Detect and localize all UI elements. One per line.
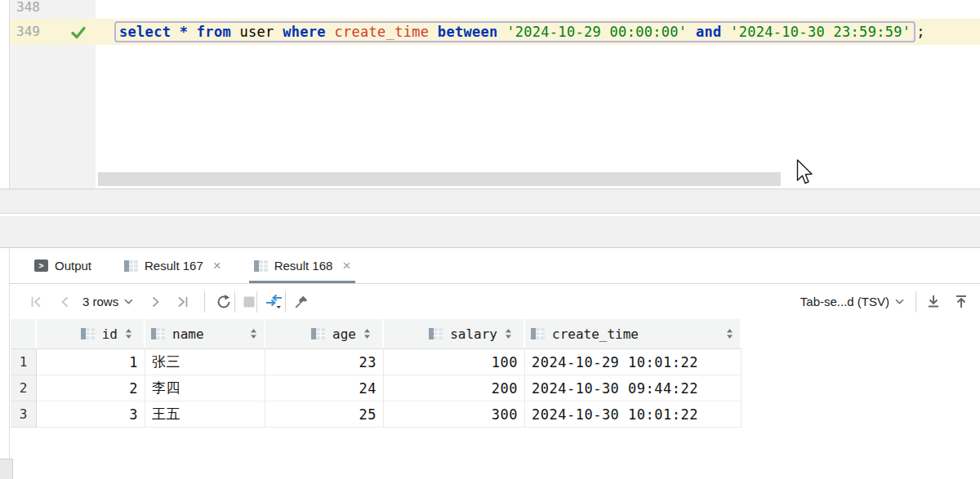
scrollbar-corner: [0, 459, 13, 479]
sort-icon[interactable]: [363, 328, 371, 339]
cell-age[interactable]: 24: [265, 375, 384, 401]
import-button[interactable]: [954, 291, 969, 313]
tab-output[interactable]: > Output: [29, 248, 96, 283]
sql-token: from: [197, 24, 231, 40]
compare-icon: [265, 294, 283, 309]
datagrip-window: 348 349 select * from user where create_…: [0, 0, 980, 479]
table-row: 1 1 张三 23 100 2024-10-29 10:01:22: [11, 349, 742, 375]
upload-icon: [954, 295, 969, 308]
sql-editor[interactable]: select * from user where create_time bet…: [114, 19, 925, 45]
run-success-icon[interactable]: [70, 24, 87, 41]
mouse-cursor: [796, 159, 814, 185]
sql-token: [326, 24, 335, 40]
column-label: salary: [450, 326, 497, 342]
tab-label: Result 167: [145, 259, 203, 273]
last-page-button[interactable]: [176, 291, 189, 313]
cell-name[interactable]: 张三: [145, 349, 265, 375]
cell-age[interactable]: 23: [265, 349, 384, 375]
sql-token: create_time: [334, 24, 429, 40]
cell-id[interactable]: 1: [37, 349, 145, 375]
next-page-button[interactable]: [151, 291, 161, 313]
prev-page-icon: [60, 295, 69, 308]
extractor-dropdown[interactable]: Tab-se...d (TSV): [800, 295, 904, 308]
column-header-name[interactable]: name: [145, 319, 265, 348]
sort-icon[interactable]: [726, 328, 733, 339]
table-icon: [81, 328, 95, 339]
sort-icon[interactable]: [250, 328, 257, 339]
close-icon[interactable]: ×: [213, 259, 221, 273]
first-page-button[interactable]: [29, 291, 43, 313]
tab-result-168[interactable]: Result 168 ×: [249, 248, 356, 283]
panel-splitter-band[interactable]: [0, 216, 980, 248]
horizontal-scrollbar[interactable]: [98, 172, 781, 186]
compare-button[interactable]: [265, 291, 283, 313]
column-header-salary[interactable]: salary: [384, 319, 525, 348]
row-number[interactable]: 3: [11, 401, 37, 428]
sql-token: '2024-10-29 00:00:00': [506, 24, 687, 40]
sql-token: where: [283, 24, 326, 40]
cell-create-time[interactable]: 2024-10-30 09:44:22: [525, 375, 742, 401]
cell-salary[interactable]: 300: [384, 401, 525, 428]
first-page-icon: [29, 295, 43, 308]
table-icon: [311, 328, 325, 339]
column-label: create_time: [552, 326, 639, 342]
toolbar-divider: [256, 291, 257, 313]
cell-create-time[interactable]: 2024-10-30 10:01:22: [525, 401, 742, 428]
line-number: 349: [16, 19, 65, 45]
page-size-dropdown[interactable]: 3 rows: [82, 295, 133, 308]
cell-age[interactable]: 25: [265, 401, 384, 428]
stop-button[interactable]: [243, 291, 255, 313]
export-button[interactable]: [926, 291, 941, 313]
cell-name[interactable]: 李四: [145, 375, 265, 401]
toolbar-divider: [234, 291, 235, 313]
sql-token: ;: [915, 24, 925, 40]
column-header-create-time[interactable]: create_time: [525, 319, 742, 348]
row-number[interactable]: 1: [11, 349, 37, 375]
results-tabbar: > Output Result 167 × Result 168 ×: [10, 248, 980, 284]
column-label: age: [332, 326, 356, 342]
toolbar-divider: [204, 291, 205, 313]
close-icon[interactable]: ×: [342, 259, 350, 273]
chevron-down-icon: [895, 299, 904, 304]
sort-icon[interactable]: [505, 328, 512, 339]
column-header-id[interactable]: id: [37, 319, 145, 348]
sql-token: [687, 24, 696, 40]
sql-statement[interactable]: select * from user where create_time bet…: [114, 21, 915, 42]
last-page-icon: [176, 295, 189, 308]
sort-icon[interactable]: [125, 328, 132, 339]
sql-token: between: [438, 24, 498, 40]
sql-token: [429, 24, 438, 40]
row-number[interactable]: 2: [11, 375, 37, 401]
cell-salary[interactable]: 200: [384, 375, 525, 401]
editor-left-strip: [0, 0, 10, 188]
reload-button[interactable]: [215, 291, 233, 313]
cell-create-time[interactable]: 2024-10-29 10:01:22: [525, 349, 742, 375]
sql-token: user: [231, 24, 283, 40]
grid-corner-cell[interactable]: [11, 319, 37, 348]
table-row: 2 2 李四 24 200 2024-10-30 09:44:22: [11, 375, 742, 401]
table-icon: [124, 260, 138, 272]
grid-header-row: id name age salary create_time: [11, 319, 742, 349]
column-label: id: [102, 326, 118, 342]
sql-token: [722, 24, 731, 40]
sql-token: '2024-10-30 23:59:59': [730, 24, 911, 40]
cell-salary[interactable]: 100: [384, 349, 525, 375]
column-header-age[interactable]: age: [265, 319, 384, 348]
tab-label: Result 168: [274, 259, 333, 273]
cell-id[interactable]: 3: [37, 401, 145, 428]
sql-token: select: [119, 24, 180, 40]
page-size-label: 3 rows: [82, 295, 118, 308]
prev-page-button[interactable]: [60, 291, 69, 313]
cell-name[interactable]: 王五: [145, 401, 265, 428]
cell-id[interactable]: 2: [37, 375, 145, 401]
table-icon: [429, 328, 443, 339]
pin-button[interactable]: [294, 291, 309, 313]
pin-icon: [294, 295, 309, 309]
sql-token: *: [180, 24, 197, 40]
column-label: name: [172, 326, 204, 342]
next-page-icon: [151, 295, 161, 308]
sql-token: and: [696, 24, 722, 40]
data-grid: 1 1 张三 23 100 2024-10-29 10:01:22 2 2 李四…: [11, 349, 742, 428]
terminal-icon: >: [34, 259, 48, 272]
tab-result-167[interactable]: Result 167 ×: [119, 248, 226, 283]
